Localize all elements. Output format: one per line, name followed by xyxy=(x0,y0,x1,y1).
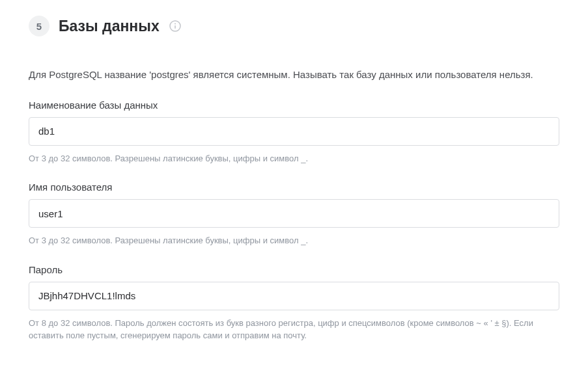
section-description: Для PostgreSQL название 'postgres' являе… xyxy=(29,68,559,83)
form-group-dbname: Наименование базы данных От 3 до 32 симв… xyxy=(29,100,559,165)
section-header: 5 Базы данных xyxy=(29,16,559,36)
svg-rect-2 xyxy=(175,25,176,29)
username-help-text: От 3 до 32 символов. Разрешены латинские… xyxy=(29,234,559,247)
svg-point-1 xyxy=(175,23,176,25)
info-icon[interactable] xyxy=(169,20,182,33)
username-label: Имя пользователя xyxy=(29,182,559,193)
password-help-text: От 8 до 32 символов. Пароль должен состо… xyxy=(29,317,559,342)
step-number-badge: 5 xyxy=(29,16,49,36)
username-input[interactable] xyxy=(29,199,559,228)
form-group-username: Имя пользователя От 3 до 32 символов. Ра… xyxy=(29,182,559,247)
form-group-password: Пароль От 8 до 32 символов. Пароль долже… xyxy=(29,264,559,342)
dbname-help-text: От 3 до 32 символов. Разрешены латинские… xyxy=(29,152,559,165)
section-title: Базы данных xyxy=(59,18,160,35)
dbname-label: Наименование базы данных xyxy=(29,100,559,111)
password-label: Пароль xyxy=(29,264,559,275)
dbname-input[interactable] xyxy=(29,117,559,146)
password-input[interactable] xyxy=(29,282,559,310)
